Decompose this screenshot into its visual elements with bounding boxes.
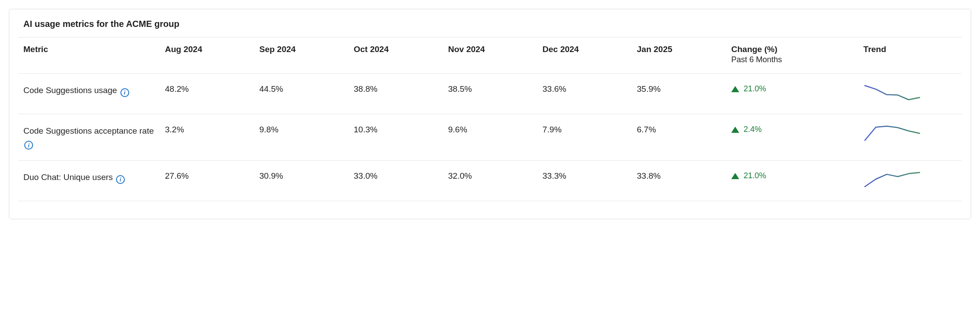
th-trend: Trend (858, 38, 962, 74)
th-month-2: Oct 2024 (348, 38, 443, 74)
change-indicator: 21.0% (731, 171, 766, 180)
info-icon[interactable]: i (24, 141, 33, 150)
info-icon[interactable]: i (116, 175, 125, 184)
metric-name: Code Suggestions acceptance rate (23, 126, 154, 135)
triangle-up-icon (731, 86, 739, 92)
table-row: Code Suggestions acceptance rate i3.2%9.… (18, 114, 962, 161)
value-cell: 48.2% (160, 74, 254, 114)
metric-name-cell: Code Suggestions usage i (18, 74, 160, 114)
value-cell: 33.3% (537, 161, 632, 201)
metric-name-cell: Code Suggestions acceptance rate i (18, 114, 160, 161)
change-cell: 21.0% (726, 161, 858, 201)
th-change-label: Change (%) (731, 45, 778, 54)
value-cell: 44.5% (254, 74, 348, 114)
value-cell: 3.2% (160, 114, 254, 161)
trend-cell (858, 161, 962, 201)
th-month-3: Nov 2024 (443, 38, 537, 74)
value-cell: 32.0% (443, 161, 537, 201)
panel-title: AI usage metrics for the ACME group (9, 9, 971, 37)
value-cell: 27.6% (160, 161, 254, 201)
value-cell: 33.6% (537, 74, 632, 114)
value-cell: 10.3% (348, 114, 443, 161)
th-month-0: Aug 2024 (160, 38, 254, 74)
change-value: 21.0% (744, 84, 766, 94)
metrics-table: Metric Aug 2024 Sep 2024 Oct 2024 Nov 20… (18, 37, 962, 201)
change-cell: 2.4% (726, 114, 858, 161)
sparkline (864, 171, 921, 188)
table-row: Code Suggestions usage i48.2%44.5%38.8%3… (18, 74, 962, 114)
sparkline (864, 84, 921, 101)
th-month-1: Sep 2024 (254, 38, 348, 74)
value-cell: 9.6% (443, 114, 537, 161)
change-value: 21.0% (744, 171, 766, 180)
triangle-up-icon (731, 173, 739, 179)
value-cell: 33.8% (632, 161, 726, 201)
value-cell: 33.0% (348, 161, 443, 201)
metric-name: Code Suggestions usage (23, 86, 117, 95)
th-month-4: Dec 2024 (537, 38, 632, 74)
sparkline (864, 125, 921, 142)
value-cell: 30.9% (254, 161, 348, 201)
trend-cell (858, 74, 962, 114)
change-value: 2.4% (744, 125, 762, 134)
metrics-panel: AI usage metrics for the ACME group Metr… (9, 9, 971, 219)
trend-cell (858, 114, 962, 161)
th-change: Change (%) Past 6 Months (726, 38, 858, 74)
th-change-sub: Past 6 Months (731, 55, 853, 64)
change-indicator: 21.0% (731, 84, 766, 94)
value-cell: 35.9% (632, 74, 726, 114)
info-icon[interactable]: i (120, 88, 129, 97)
th-month-5: Jan 2025 (632, 38, 726, 74)
change-cell: 21.0% (726, 74, 858, 114)
table-row: Duo Chat: Unique users i27.6%30.9%33.0%3… (18, 161, 962, 201)
value-cell: 38.8% (348, 74, 443, 114)
value-cell: 7.9% (537, 114, 632, 161)
triangle-up-icon (731, 127, 739, 133)
metric-name-cell: Duo Chat: Unique users i (18, 161, 160, 201)
table-header-row: Metric Aug 2024 Sep 2024 Oct 2024 Nov 20… (18, 38, 962, 74)
value-cell: 6.7% (632, 114, 726, 161)
th-metric: Metric (18, 38, 160, 74)
metric-name: Duo Chat: Unique users (23, 172, 113, 182)
value-cell: 9.8% (254, 114, 348, 161)
change-indicator: 2.4% (731, 125, 762, 134)
value-cell: 38.5% (443, 74, 537, 114)
